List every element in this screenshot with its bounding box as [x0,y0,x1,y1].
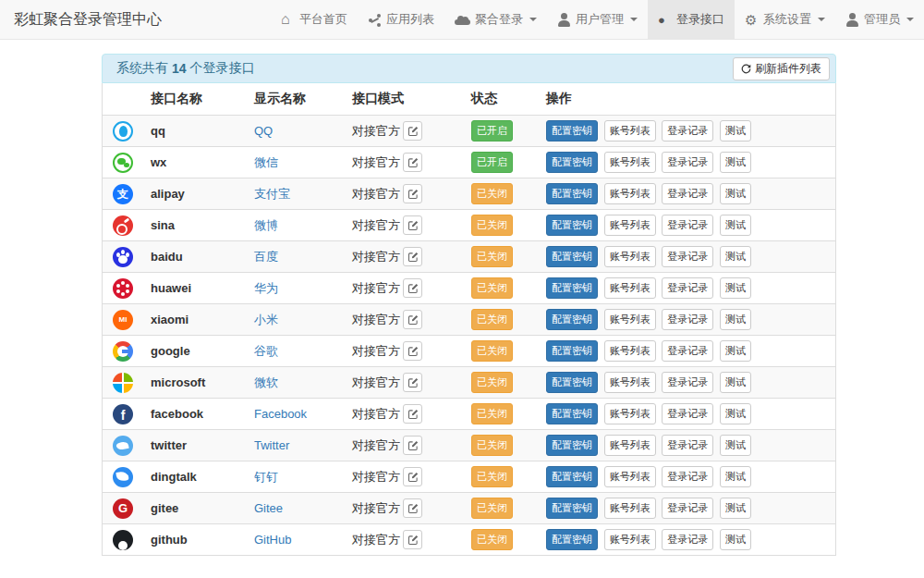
edit-mode-button[interactable] [403,530,422,549]
account-list-button[interactable]: 账号列表 [604,340,656,362]
edit-mode-button[interactable] [403,467,422,486]
status-badge[interactable]: 已关闭 [471,498,513,519]
display-name-link[interactable]: 小米 [254,313,278,326]
test-button[interactable]: 测试 [720,435,751,456]
edit-mode-button[interactable] [403,184,422,203]
display-name-link[interactable]: 支付宝 [254,187,290,201]
edit-mode-button[interactable] [403,341,422,361]
account-list-button[interactable]: 账号列表 [604,309,656,330]
status-badge[interactable]: 已关闭 [471,246,513,267]
account-list-button[interactable]: 账号列表 [604,435,656,456]
config-secret-button[interactable]: 配置密钥 [546,372,598,393]
status-badge[interactable]: 已关闭 [471,183,513,204]
test-button[interactable]: 测试 [720,529,751,550]
test-button[interactable]: 测试 [720,183,751,204]
display-name-link[interactable]: 谷歌 [254,344,278,358]
config-secret-button[interactable]: 配置密钥 [546,340,598,362]
login-records-button[interactable]: 登录记录 [662,152,713,173]
account-list-button[interactable]: 账号列表 [604,152,656,173]
edit-mode-button[interactable] [403,498,422,518]
config-secret-button[interactable]: 配置密钥 [546,529,598,550]
login-records-button[interactable]: 登录记录 [662,372,713,393]
config-secret-button[interactable]: 配置密钥 [546,498,598,519]
edit-mode-button[interactable] [403,436,422,455]
refresh-plugins-button[interactable]: 刷新插件列表 [733,57,830,80]
nav-item-app-list[interactable]: 应用列表 [358,0,444,39]
login-records-button[interactable]: 登录记录 [662,498,713,519]
config-secret-button[interactable]: 配置密钥 [546,403,598,424]
config-secret-button[interactable]: 配置密钥 [546,120,598,141]
account-list-button[interactable]: 账号列表 [604,372,656,393]
display-name-link[interactable]: GitHub [254,533,291,547]
account-list-button[interactable]: 账号列表 [604,215,656,236]
login-records-button[interactable]: 登录记录 [662,466,713,487]
account-list-button[interactable]: 账号列表 [604,277,656,299]
login-records-button[interactable]: 登录记录 [662,309,713,330]
config-secret-button[interactable]: 配置密钥 [546,435,598,456]
edit-mode-button[interactable] [403,373,422,392]
status-badge[interactable]: 已开启 [471,120,513,141]
display-name-link[interactable]: QQ [254,124,273,138]
test-button[interactable]: 测试 [720,498,751,519]
account-list-button[interactable]: 账号列表 [604,403,656,424]
account-list-button[interactable]: 账号列表 [604,246,656,267]
brand-title[interactable]: 彩虹聚合登录管理中心 [14,0,162,39]
login-records-button[interactable]: 登录记录 [662,215,713,236]
test-button[interactable]: 测试 [720,466,751,487]
status-badge[interactable]: 已关闭 [471,403,513,424]
nav-item-login-interface[interactable]: 登录接口 [648,0,735,39]
status-badge[interactable]: 已关闭 [471,529,513,550]
login-records-button[interactable]: 登录记录 [662,120,713,141]
test-button[interactable]: 测试 [720,372,751,393]
config-secret-button[interactable]: 配置密钥 [546,246,598,267]
edit-mode-button[interactable] [403,310,422,329]
display-name-link[interactable]: 微信 [254,155,278,169]
display-name-link[interactable]: 微软 [254,375,278,389]
login-records-button[interactable]: 登录记录 [662,435,713,456]
status-badge[interactable]: 已关闭 [471,372,513,393]
display-name-link[interactable]: Twitter [254,438,289,452]
config-secret-button[interactable]: 配置密钥 [546,215,598,236]
nav-item-admin[interactable]: 管理员 [835,0,924,39]
test-button[interactable]: 测试 [720,277,751,299]
edit-mode-button[interactable] [403,215,422,235]
nav-item-system-settings[interactable]: 系统设置 [735,0,835,39]
display-name-link[interactable]: Gitee [254,501,283,515]
config-secret-button[interactable]: 配置密钥 [546,277,598,299]
login-records-button[interactable]: 登录记录 [662,183,713,204]
status-badge[interactable]: 已开启 [471,152,513,173]
display-name-link[interactable]: 百度 [254,250,278,264]
test-button[interactable]: 测试 [720,120,751,141]
edit-mode-button[interactable] [403,404,422,424]
account-list-button[interactable]: 账号列表 [604,529,656,550]
status-badge[interactable]: 已关闭 [471,309,513,330]
login-records-button[interactable]: 登录记录 [662,529,713,550]
config-secret-button[interactable]: 配置密钥 [546,309,598,330]
test-button[interactable]: 测试 [720,215,751,236]
status-badge[interactable]: 已关闭 [471,466,513,487]
test-button[interactable]: 测试 [720,309,751,330]
account-list-button[interactable]: 账号列表 [604,498,656,519]
account-list-button[interactable]: 账号列表 [604,183,656,204]
display-name-link[interactable]: 钉钉 [254,470,278,484]
test-button[interactable]: 测试 [720,152,751,173]
status-badge[interactable]: 已关闭 [471,435,513,456]
status-badge[interactable]: 已关闭 [471,277,513,299]
edit-mode-button[interactable] [403,121,422,141]
edit-mode-button[interactable] [403,278,422,298]
account-list-button[interactable]: 账号列表 [604,120,656,141]
nav-item-platform-home[interactable]: 平台首页 [271,0,358,39]
edit-mode-button[interactable] [403,153,422,172]
display-name-link[interactable]: 微博 [254,218,278,232]
display-name-link[interactable]: 华为 [254,281,278,295]
nav-item-user-management[interactable]: 用户管理 [547,0,648,39]
login-records-button[interactable]: 登录记录 [662,340,713,362]
test-button[interactable]: 测试 [720,403,751,424]
account-list-button[interactable]: 账号列表 [604,466,656,487]
status-badge[interactable]: 已关闭 [471,215,513,236]
login-records-button[interactable]: 登录记录 [662,403,713,424]
status-badge[interactable]: 已关闭 [471,340,513,362]
test-button[interactable]: 测试 [720,340,751,362]
edit-mode-button[interactable] [403,247,422,266]
config-secret-button[interactable]: 配置密钥 [546,466,598,487]
